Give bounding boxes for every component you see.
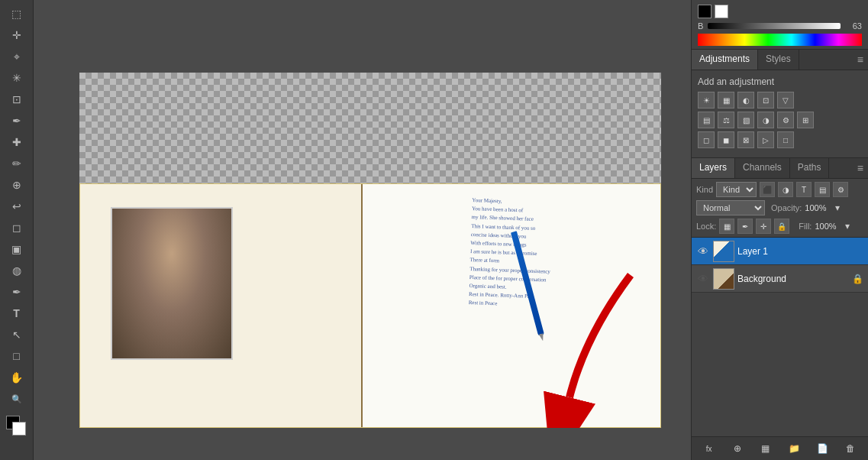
adjustments-content: Add an adjustment ☀ ▦ ◐ ⊡ ▽ ▤ ⚖ ▧ ◑ ⚙ ⊞ … [692, 70, 868, 158]
layer-mask-btn[interactable]: ⊕ [729, 440, 746, 457]
tool-history-brush[interactable]: ↩ [7, 196, 27, 216]
adj-selective[interactable]: □ [777, 131, 794, 148]
tool-stamp[interactable]: ⊕ [7, 175, 27, 195]
left-toolbar: ⬚ ✛ ⌖ ✳ ⊡ ✒ ✚ ✏ ⊕ ↩ ◻ ▣ ◍ ✒ T ↖ □ ✋ 🔍 [0, 0, 34, 460]
panel-menu-icon[interactable]: ≡ [853, 50, 868, 70]
tool-healing[interactable]: ✚ [7, 132, 27, 152]
lock-position-btn[interactable]: ✒ [737, 219, 753, 234]
adj-brightness[interactable]: ☀ [698, 92, 715, 109]
tool-dodge[interactable]: ◍ [7, 261, 27, 280]
foreground-color-swatch[interactable] [698, 5, 712, 18]
adj-hsl[interactable]: ▤ [698, 112, 715, 128]
layer-adjustment-btn[interactable]: ▦ [757, 440, 774, 457]
kind-label: Kind [696, 185, 713, 194]
layers-controls: Kind Kind ⬛ ◑ T ▤ ⚙ Normal Opacity: 100%… [692, 179, 868, 238]
fill-label: Fill: [799, 222, 812, 231]
tool-selection[interactable]: ⬚ [7, 4, 27, 24]
kind-dropdown[interactable]: Kind [716, 182, 757, 197]
adjustments-tabs: Adjustments Styles ≡ [692, 50, 868, 70]
handwriting-text: Your Majesty, You have been a host of my… [467, 196, 648, 355]
tool-lasso[interactable]: ⌖ [7, 47, 27, 66]
canvas: Your Majesty, You have been a host of my… [79, 73, 661, 428]
tool-path-select[interactable]: ↖ [7, 325, 27, 345]
filter-pixel-btn[interactable]: ⬛ [760, 182, 775, 197]
lock-row: Lock: ▦ ✒ ✛ 🔒 Fill: 100% ▾ [696, 219, 863, 234]
filter-adjustment-btn[interactable]: ◑ [778, 182, 793, 197]
adj-posterize[interactable]: ◼ [718, 131, 734, 148]
tab-channels[interactable]: Channels [735, 158, 790, 178]
brightness-slider[interactable] [708, 23, 841, 29]
canvas-area: Your Majesty, You have been a host of my… [34, 0, 691, 460]
adj-threshold[interactable]: ⊠ [737, 131, 754, 148]
adj-bw[interactable]: ▧ [737, 112, 754, 128]
adj-curves[interactable]: ◐ [737, 92, 754, 109]
layers-tabs: Layers Channels Paths ≡ [692, 158, 868, 179]
color-row [698, 5, 862, 18]
filter-type-btn[interactable]: T [796, 182, 812, 197]
tool-eraser[interactable]: ◻ [7, 218, 27, 238]
layer-new-btn[interactable]: 📄 [814, 440, 831, 457]
layer-fx-btn[interactable]: fx [701, 440, 718, 457]
right-panel: B 63 Adjustments Styles ≡ Add an adjustm… [691, 0, 868, 460]
blend-mode-dropdown[interactable]: Normal [696, 200, 765, 215]
layer-group-btn[interactable]: 📁 [786, 440, 802, 457]
foreground-background-colors[interactable] [5, 414, 29, 439]
adj-exposure[interactable]: ⊡ [757, 92, 774, 109]
adjustment-icons-row1: ☀ ▦ ◐ ⊡ ▽ [698, 92, 862, 109]
kind-row: Kind Kind ⬛ ◑ T ▤ ⚙ [696, 182, 863, 197]
adj-invert[interactable]: ◻ [698, 131, 715, 148]
filter-smart-btn[interactable]: ⚙ [833, 182, 848, 197]
tool-eyedropper[interactable]: ✒ [7, 111, 27, 131]
layers-list: 👁 Layer 1 👁 Background 🔒 [692, 238, 868, 436]
adj-coloreplace[interactable]: ⊞ [797, 112, 814, 128]
book-image: Your Majesty, You have been a host of my… [79, 183, 661, 428]
layer-name-layer1: Layer 1 [737, 246, 863, 257]
layer-visibility-layer1[interactable]: 👁 [696, 245, 710, 258]
layers-toolbar: fx ⊕ ▦ 📁 📄 🗑 [692, 436, 868, 460]
layer-item-layer1[interactable]: 👁 Layer 1 [692, 238, 868, 265]
book-right-page: Your Majesty, You have been a host of my… [363, 184, 660, 427]
photo-person [112, 209, 231, 358]
tool-magic-wand[interactable]: ✳ [7, 68, 27, 88]
adj-gradientmap[interactable]: ▷ [757, 131, 774, 148]
book-photo [111, 207, 233, 360]
tool-zoom[interactable]: 🔍 [7, 389, 27, 409]
layer-item-background[interactable]: 👁 Background 🔒 [692, 265, 868, 293]
layer-delete-btn[interactable]: 🗑 [842, 440, 859, 457]
opacity-arrow[interactable]: ▾ [835, 202, 840, 213]
adjustment-icons-row3: ◻ ◼ ⊠ ▷ □ [698, 131, 862, 148]
tab-styles[interactable]: Styles [758, 50, 799, 70]
tool-brush[interactable]: ✏ [7, 154, 27, 173]
background-color-swatch[interactable] [715, 5, 728, 18]
tool-crop[interactable]: ⊡ [7, 89, 27, 109]
tool-gradient[interactable]: ▣ [7, 239, 27, 259]
tab-layers[interactable]: Layers [692, 158, 735, 178]
tab-adjustments[interactable]: Adjustments [692, 50, 758, 70]
color-spectrum[interactable] [698, 34, 862, 46]
tool-text[interactable]: T [7, 303, 27, 323]
tab-paths[interactable]: Paths [790, 158, 830, 178]
tool-hand[interactable]: ✋ [7, 368, 27, 387]
tool-pen[interactable]: ✒ [7, 282, 27, 302]
blend-mode-row: Normal Opacity: 100% ▾ [696, 200, 863, 215]
tool-shape[interactable]: □ [7, 346, 27, 366]
lock-move-btn[interactable]: ✛ [756, 219, 771, 234]
book-left-page [80, 184, 363, 427]
adj-channelmixer[interactable]: ⚙ [777, 112, 794, 128]
adj-levels[interactable]: ▦ [718, 92, 734, 109]
adj-colorbalance[interactable]: ⚖ [718, 112, 734, 128]
fill-arrow[interactable]: ▾ [845, 221, 850, 232]
layers-menu-icon[interactable]: ≡ [853, 158, 868, 178]
layers-panel: Layers Channels Paths ≡ Kind Kind ⬛ ◑ T … [692, 158, 868, 460]
lock-label: Lock: [696, 222, 716, 231]
brightness-label: B [698, 21, 703, 31]
tool-move[interactable]: ✛ [7, 25, 27, 45]
layer-thumb-layer1 [713, 241, 734, 262]
lock-all-btn[interactable]: 🔒 [774, 219, 789, 234]
filter-shape-btn[interactable]: ▤ [815, 182, 830, 197]
layer-lock-icon: 🔒 [852, 274, 863, 284]
adj-vibrance[interactable]: ▽ [777, 92, 794, 109]
adj-photofilter[interactable]: ◑ [757, 112, 774, 128]
layer-visibility-background[interactable]: 👁 [696, 272, 710, 286]
lock-pixels-btn[interactable]: ▦ [719, 219, 734, 234]
